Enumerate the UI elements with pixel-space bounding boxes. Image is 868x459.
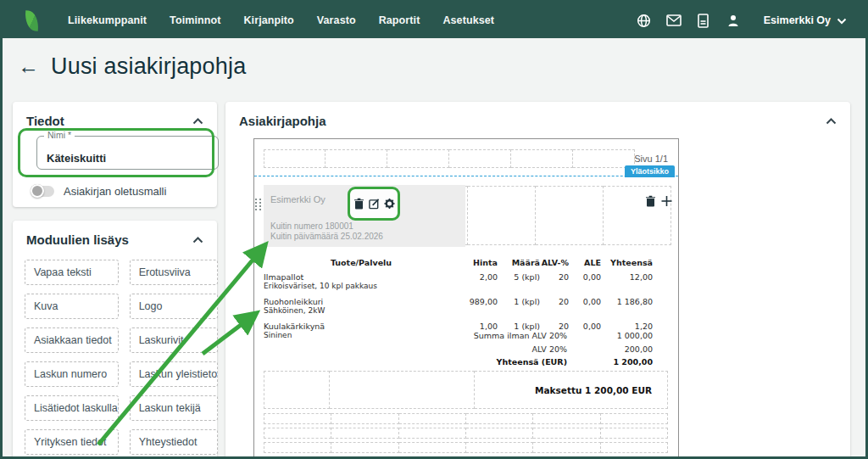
module-button-laskun-numero[interactable]: Laskun numero — [25, 361, 119, 387]
grid-cell — [468, 186, 536, 245]
nav-item-liikekumppanit[interactable]: Liikekumppanit — [68, 14, 147, 26]
table-header-row: Tuote/Palvelu Hinta Määrä ALV-% ALE Yhte… — [264, 258, 653, 272]
company-name: Esimerkki Oy — [764, 14, 831, 26]
summary-value: 1 200,00 — [567, 357, 653, 367]
trash-icon[interactable] — [353, 198, 364, 210]
receipt-date: Kuitin päivämäärä 25.02.2026 — [270, 232, 383, 241]
module-buttons: Vapaa teksti Erotusviiva Kuva Logo Asiak… — [25, 260, 205, 455]
product-name: Kuulakärkikynä — [264, 322, 459, 331]
leaf-logo-icon[interactable] — [24, 10, 40, 31]
page-title: Uusi asiakirjapohja — [51, 53, 246, 80]
gear-icon[interactable] — [384, 198, 395, 210]
grid-cell — [533, 413, 600, 424]
default-template-toggle[interactable] — [31, 186, 54, 197]
col-ale: ALE — [569, 258, 601, 272]
grid-cell — [601, 428, 668, 439]
total-cell: 1 186,80 — [601, 297, 653, 322]
name-input[interactable] — [36, 136, 219, 170]
grid-cell — [399, 428, 466, 439]
nav-item-varasto[interactable]: Varasto — [317, 14, 356, 26]
main-menu: Liikekumppanit Toiminnot Kirjanpito Vara… — [68, 14, 494, 26]
grid-cell — [601, 442, 668, 453]
product-desc: Sähköinen, 2kW — [264, 306, 459, 315]
mail-icon[interactable] — [666, 13, 682, 28]
grid-cell — [533, 428, 600, 439]
app-window: Liikekumppanit Toiminnot Kirjanpito Vara… — [0, 0, 868, 459]
module-button-erotusviiva[interactable]: Erotusviiva — [130, 260, 218, 285]
tiedot-title: Tiedot — [26, 114, 64, 128]
row-trash-icon[interactable] — [645, 195, 656, 207]
grid-row — [264, 413, 668, 424]
nav-item-toiminnot[interactable]: Toiminnot — [170, 14, 220, 26]
modules-title: Moduulien lisäys — [26, 232, 129, 247]
company-menu[interactable]: Esimerkki Oy — [764, 13, 847, 28]
module-button-logo[interactable]: Logo — [130, 294, 218, 319]
back-arrow-icon[interactable]: ← — [18, 56, 39, 77]
chevron-down-icon — [837, 13, 847, 28]
col-hinta: Hinta — [459, 258, 498, 272]
collapse-chevron-icon[interactable] — [192, 118, 203, 125]
grid-cell — [264, 428, 331, 439]
discount-cell: 0,00 — [569, 297, 601, 322]
grid-cell — [399, 413, 466, 424]
grid-cell — [264, 442, 331, 453]
module-button-yhteystiedot[interactable]: Yhteystiedot — [130, 429, 218, 455]
module-button-vapaa-teksti[interactable]: Vapaa teksti — [25, 260, 119, 285]
row-plus-icon[interactable] — [661, 195, 672, 207]
grid-row: Maksettu 1 200,00 EUR — [264, 371, 668, 409]
user-icon[interactable] — [726, 13, 741, 28]
module-button-laskurivit[interactable]: Laskurivit — [130, 327, 218, 353]
header-separator-line — [254, 176, 678, 176]
collapse-chevron-icon[interactable] — [826, 118, 837, 125]
total-cell: 12,00 — [601, 272, 653, 297]
receipt-number: Kuitin numero 180001 — [270, 221, 353, 231]
edit-icon[interactable] — [369, 198, 380, 210]
product-desc: Erikoisväriset, 10 kpl pakkaus — [264, 282, 459, 290]
globe-icon[interactable] — [637, 13, 652, 28]
document-preview-page: Sivu 1/1 Yläotsikko Esimerkki Oy Kuitin … — [253, 138, 679, 459]
summary-row: Summa ilman ALV 20% 1 000,00 — [264, 331, 653, 340]
module-button-asiakkaan-tiedot[interactable]: Asiakkaan tiedot — [25, 327, 119, 353]
summary-label: Yhteensä (EUR) — [497, 357, 567, 367]
top-nav: Liikekumppanit Toiminnot Kirjanpito Vara… — [3, 3, 865, 38]
tiedot-card: Tiedot Nimi * Asiakirjan oletusmalli — [13, 102, 217, 207]
module-button-kuva[interactable]: Kuva — [25, 294, 119, 319]
grid-cell — [264, 149, 326, 168]
module-button-lisatiedot-laskulla[interactable]: Lisätiedot laskulla — [25, 395, 119, 421]
qty-cell: 5 (kpl) — [498, 272, 540, 297]
grid-cell — [466, 428, 533, 439]
name-field-label: Nimi * — [44, 130, 75, 140]
grid-cell — [387, 149, 449, 168]
name-field-wrap: Nimi * — [36, 136, 219, 170]
grid-cell — [331, 442, 398, 453]
nav-item-raportit[interactable]: Raportit — [379, 14, 420, 26]
grid-cell — [326, 149, 387, 168]
modules-card: Moduulien lisäys Vapaa teksti Erotusviiv… — [13, 221, 217, 459]
module-button-yrityksen-tiedot[interactable]: Yrityksen tiedot — [25, 429, 119, 455]
grid-cell — [466, 442, 533, 453]
summary-label: Summa ilman ALV 20% — [474, 331, 567, 340]
summary-label: ALV 20% — [532, 344, 567, 354]
summary-row: ALV 20% 200,00 — [264, 344, 653, 354]
page-number: Sivu 1/1 — [634, 154, 668, 164]
product-name: Ruohonleikkuri — [264, 297, 459, 306]
grid-cell — [601, 413, 668, 424]
price-cell: 2,00 — [459, 272, 498, 297]
table-row: RuohonleikkuriSähköinen, 2kW 989,00 1 (k… — [264, 297, 653, 322]
nav-item-kirjanpito[interactable]: Kirjanpito — [243, 14, 293, 26]
col-tuote-palvelu: Tuote/Palvelu — [264, 258, 459, 272]
table-row: IlmapallotErikoisväriset, 10 kpl pakkaus… — [264, 272, 653, 297]
grid-cell — [330, 371, 475, 409]
drag-handle-icon[interactable] — [255, 199, 263, 210]
document-icon[interactable] — [696, 13, 711, 28]
module-button-laskun-tekija[interactable]: Laskun tekijä — [130, 395, 218, 421]
module-button-laskun-yleistieto[interactable]: Laskun yleistieto — [130, 361, 218, 387]
totals-summary: Summa ilman ALV 20% 1 000,00 ALV 20% 200… — [264, 331, 653, 371]
module-toolbar — [348, 187, 400, 221]
collapse-chevron-icon[interactable] — [192, 237, 203, 243]
vat-cell: 20 — [540, 272, 569, 297]
doc-company-name: Esimerkki Oy — [270, 194, 326, 204]
nav-item-asetukset[interactable]: Asetukset — [442, 14, 494, 26]
grid-row — [264, 149, 635, 168]
col-yhteensa: Yhteensä — [601, 258, 653, 272]
